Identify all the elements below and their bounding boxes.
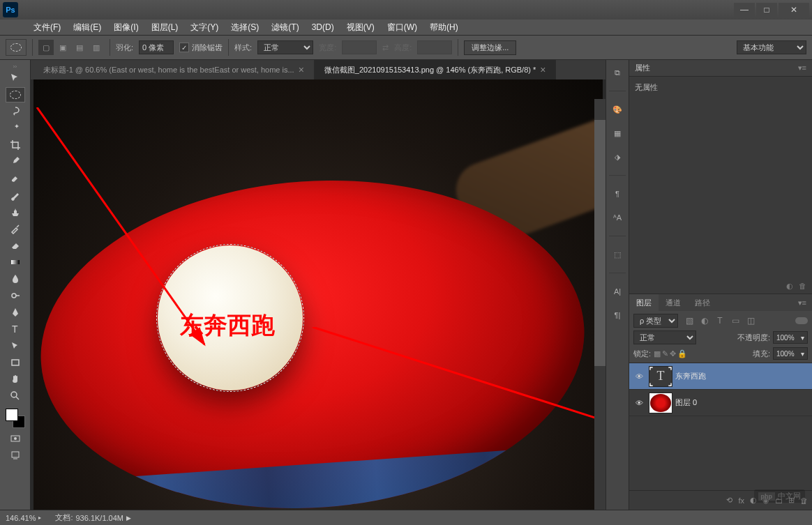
menu-layer[interactable]: 图层(L)	[146, 20, 184, 35]
blend-mode-select[interactable]: 正常	[633, 330, 696, 344]
blur-tool[interactable]	[6, 271, 25, 287]
dodge-tool[interactable]	[6, 288, 25, 303]
clone-stamp-tool[interactable]	[6, 204, 25, 220]
document-tab-2[interactable]: 微信截图_20210915153413.png @ 146% (东奔西跑, RG…	[315, 60, 557, 79]
filter-adjustment-icon[interactable]: ◐	[698, 314, 712, 327]
filter-shape-icon[interactable]: ▭	[728, 314, 742, 327]
style-select[interactable]: 正常	[257, 40, 313, 54]
close-button[interactable]: ✕	[779, 3, 809, 17]
menu-edit[interactable]: 编辑(E)	[68, 20, 107, 35]
lock-transparency-icon[interactable]: ▩	[654, 349, 661, 358]
text-layer-content[interactable]: 东奔西跑	[180, 310, 275, 342]
opacity-input[interactable]: 100%▾	[773, 331, 808, 344]
workspace-select[interactable]: 基本功能	[737, 40, 806, 54]
dock-styles-icon[interactable]: ⬗	[609, 149, 626, 165]
menu-select[interactable]: 选择(S)	[225, 20, 264, 35]
zoom-tool[interactable]	[6, 388, 25, 404]
dock-3d-icon[interactable]: ⬚	[609, 246, 626, 263]
eyedropper-tool[interactable]	[6, 154, 25, 169]
fill-input[interactable]: 100%▾	[773, 347, 808, 360]
refine-edge-button[interactable]: 调整边缘...	[464, 40, 516, 55]
layer-name[interactable]: 图层 0	[675, 397, 697, 408]
hand-tool[interactable]	[6, 372, 25, 387]
zoom-level[interactable]: 146.41% ▸	[6, 514, 41, 522]
layer-thumbnail[interactable]	[649, 393, 672, 413]
menu-image[interactable]: 图像(I)	[108, 20, 144, 35]
filter-pixel-icon[interactable]: ▧	[682, 314, 696, 327]
magic-wand-tool[interactable]	[6, 121, 25, 136]
layer-filter-select[interactable]: ρ 类型	[633, 314, 678, 328]
visibility-toggle[interactable]: 👁	[632, 372, 646, 381]
clip-mask-icon[interactable]: ◐	[786, 282, 793, 291]
selection-add-icon[interactable]: ▣	[55, 40, 70, 55]
eraser-tool[interactable]	[6, 238, 25, 253]
gradient-tool[interactable]	[6, 254, 25, 270]
scrollbar-thumb[interactable]	[594, 120, 606, 366]
dock-char-styles-icon[interactable]: A|	[609, 283, 626, 300]
paths-tab[interactable]: 路径	[688, 294, 717, 311]
panel-menu-icon[interactable]: ▾≡	[798, 298, 812, 307]
brush-tool[interactable]	[6, 188, 25, 203]
visibility-toggle[interactable]: 👁	[632, 399, 646, 407]
path-selection-tool[interactable]	[6, 338, 25, 353]
elliptical-marquee-tool[interactable]	[6, 87, 25, 102]
selection-new-icon[interactable]: ▢	[38, 40, 54, 55]
layers-tab[interactable]: 图层	[629, 294, 659, 311]
quick-mask-toggle[interactable]	[6, 431, 25, 446]
foreground-color[interactable]	[6, 409, 18, 421]
maximize-button[interactable]: □	[756, 3, 777, 17]
canvas[interactable]: 东奔西跑	[33, 79, 603, 510]
selection-intersect-icon[interactable]: ▥	[89, 40, 104, 55]
panel-menu-icon[interactable]: ▾≡	[798, 63, 806, 73]
filter-type-icon[interactable]: T	[713, 314, 727, 327]
layer-effects-icon[interactable]: fx	[738, 496, 744, 505]
menu-help[interactable]: 帮助(H)	[424, 20, 464, 35]
lasso-tool[interactable]	[6, 104, 25, 119]
menu-3d[interactable]: 3D(D)	[306, 21, 340, 33]
antialias-checkbox[interactable]: 消除锯齿	[179, 43, 223, 53]
dock-color-icon[interactable]: 🎨	[609, 101, 626, 118]
dock-paragraph-icon[interactable]: ¶	[609, 185, 626, 202]
lock-all-icon[interactable]: 🔒	[677, 349, 687, 358]
layer-name[interactable]: 东奔西跑	[675, 371, 706, 381]
feather-input[interactable]	[139, 40, 174, 54]
crop-tool[interactable]	[6, 137, 25, 153]
dock-character-icon[interactable]: ᴬA	[609, 209, 626, 226]
minimize-button[interactable]: —	[734, 3, 755, 17]
menu-file[interactable]: 文件(F)	[28, 20, 66, 35]
menu-view[interactable]: 视图(V)	[341, 20, 380, 35]
document-tab-1[interactable]: 未标题-1 @ 60.6% (East or west, home is the…	[33, 60, 315, 79]
filter-smart-icon[interactable]: ◫	[744, 314, 758, 327]
layer-row-image[interactable]: 👁 图层 0	[629, 390, 812, 416]
link-layers-icon[interactable]: ⟲	[726, 496, 732, 505]
type-tool[interactable]: T	[6, 321, 25, 337]
move-tool[interactable]	[6, 70, 25, 86]
lock-pixels-icon[interactable]: ✎	[662, 349, 668, 358]
healing-brush-tool[interactable]	[6, 171, 25, 186]
lock-position-icon[interactable]: ✥	[670, 349, 676, 358]
menu-type[interactable]: 文字(Y)	[185, 20, 224, 35]
screen-mode-toggle[interactable]	[6, 448, 25, 463]
document-size[interactable]: 文档:936.1K/1.04M ▶	[55, 512, 131, 523]
dock-swatches-icon[interactable]: ▦	[609, 125, 626, 142]
canvas-area[interactable]: 东奔西跑	[31, 79, 606, 510]
color-swatches[interactable]	[6, 409, 25, 428]
channels-tab[interactable]: 通道	[659, 294, 688, 311]
menu-window[interactable]: 窗口(W)	[382, 20, 423, 35]
layer-row-text[interactable]: 👁 T 东奔西跑	[629, 363, 812, 390]
tool-preset-picker[interactable]	[6, 39, 27, 56]
tab-close-icon[interactable]: ×	[299, 64, 304, 75]
properties-panel-header[interactable]: 属性 ▾≡	[629, 60, 812, 77]
trash-icon[interactable]: 🗑	[799, 282, 806, 290]
pen-tool[interactable]	[6, 305, 25, 320]
layer-thumbnail[interactable]: T	[649, 366, 672, 387]
history-brush-tool[interactable]	[6, 221, 25, 236]
vertical-scrollbar[interactable]	[594, 99, 606, 510]
dock-history-icon[interactable]: ⧉	[609, 64, 626, 81]
toolbox-handle[interactable]: ››	[1, 63, 29, 70]
tab-close-icon[interactable]: ×	[540, 64, 546, 75]
filter-toggle[interactable]	[795, 317, 808, 324]
dock-para-styles-icon[interactable]: ¶|	[609, 307, 626, 324]
rectangle-tool[interactable]	[6, 355, 25, 370]
menu-filter[interactable]: 滤镜(T)	[266, 20, 304, 35]
